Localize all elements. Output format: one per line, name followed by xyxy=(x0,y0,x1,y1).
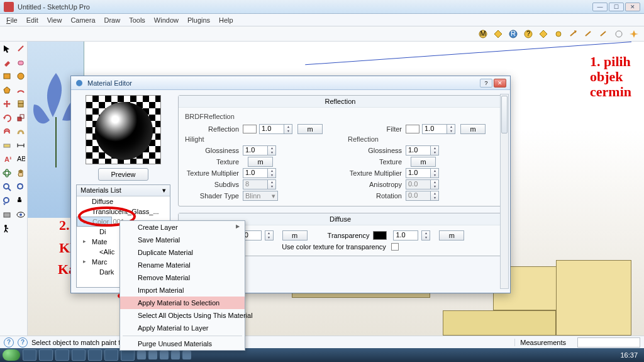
preview-button[interactable]: Preview xyxy=(98,168,148,181)
ctx-select-all-using[interactable]: Select All Objects Using This Material xyxy=(120,309,245,322)
position-camera-tool-icon[interactable] xyxy=(14,195,27,207)
glossiness-input[interactable]: 1.0 xyxy=(243,145,268,156)
paint-tool-icon[interactable] xyxy=(1,56,13,69)
line-tool-icon[interactable] xyxy=(14,42,27,55)
tray-icon[interactable] xyxy=(137,351,146,359)
taskbar-item[interactable] xyxy=(88,349,102,361)
text-tool-icon[interactable]: A¹ xyxy=(1,153,13,166)
offset-tool-icon[interactable] xyxy=(1,125,13,138)
plugin-globe-icon[interactable] xyxy=(613,28,625,40)
transparency-input[interactable]: 1.0 xyxy=(393,230,418,240)
spinner[interactable]: ▴▾ xyxy=(430,179,439,189)
zoom-extents-tool-icon[interactable] xyxy=(14,181,27,193)
maximize-button[interactable]: ☐ xyxy=(609,3,624,11)
texture-m-button[interactable]: m xyxy=(248,157,273,167)
spinner[interactable]: ▴▾ xyxy=(430,191,439,201)
tape-tool-icon[interactable] xyxy=(1,139,13,152)
section-tool-icon[interactable] xyxy=(1,208,13,221)
help-icon-2[interactable]: ? xyxy=(18,337,28,348)
rotation-input[interactable]: 0.0 xyxy=(406,191,431,201)
spinner[interactable]: ▴▾ xyxy=(267,168,276,178)
minimize-button[interactable]: — xyxy=(592,3,608,11)
plugin-spark-icon[interactable] xyxy=(628,28,640,40)
ctx-save-material[interactable]: Save Material xyxy=(120,234,245,246)
diffuse-m-button[interactable]: m xyxy=(282,230,308,240)
transparency-swatch[interactable] xyxy=(373,231,387,240)
ctx-remove-material[interactable]: Remove Material xyxy=(120,271,245,284)
abc-tool-icon[interactable]: ABC xyxy=(14,153,27,166)
zoom-tool-icon[interactable] xyxy=(1,181,13,193)
tray-icon[interactable] xyxy=(171,351,180,359)
ctx-create-layer[interactable]: Create Layer xyxy=(120,221,245,234)
reflection-swatch[interactable] xyxy=(243,125,257,133)
taskbar-item[interactable] xyxy=(72,349,86,361)
taskbar-item[interactable] xyxy=(55,349,69,361)
start-button[interactable] xyxy=(3,349,20,361)
help-icon[interactable]: ? xyxy=(4,337,14,348)
taskbar-item[interactable] xyxy=(121,349,135,361)
list-item[interactable]: Diffuse xyxy=(77,196,170,206)
material-editor-titlebar[interactable]: Material Editor ? ✕ xyxy=(71,76,510,90)
spinner[interactable]: ▴▾ xyxy=(430,168,439,178)
move-tool-icon[interactable] xyxy=(1,98,13,110)
menu-tools[interactable]: Tools xyxy=(125,15,149,25)
ctx-rename-material[interactable]: Rename Material xyxy=(120,259,245,271)
look-around-tool-icon[interactable] xyxy=(14,208,27,221)
filter-m-button[interactable]: m xyxy=(460,124,486,134)
spinner[interactable]: ▴▾ xyxy=(421,230,430,240)
glossiness2-input[interactable]: 1.0 xyxy=(406,145,431,156)
plugin-m-icon[interactable]: M xyxy=(477,28,489,40)
filter-input[interactable]: 1.0 xyxy=(422,124,447,134)
material-editor-help-button[interactable]: ? xyxy=(480,79,492,88)
polygon-tool-icon[interactable] xyxy=(1,84,13,96)
arc-tool-icon[interactable] xyxy=(14,84,27,96)
ctx-duplicate-material[interactable]: Duplicate Material xyxy=(120,246,245,259)
menu-plugins[interactable]: Plugins xyxy=(184,15,214,25)
spinner[interactable]: ▴▾ xyxy=(430,145,439,156)
list-item[interactable]: Translucent_Glass_... xyxy=(77,206,170,217)
texmul2-input[interactable]: 1.0 xyxy=(406,168,431,178)
close-button[interactable]: ✕ xyxy=(625,3,640,11)
ctx-import-material[interactable]: Import Material xyxy=(120,284,245,297)
spinner[interactable]: ▴▾ xyxy=(447,124,455,134)
rotate-tool-icon[interactable] xyxy=(1,111,13,124)
plugin-r-icon[interactable]: R xyxy=(507,28,519,40)
plugin-arrow2-icon[interactable] xyxy=(582,28,595,40)
menu-help[interactable]: Help xyxy=(215,15,237,25)
prev-view-tool-icon[interactable] xyxy=(1,195,13,207)
materials-list-dropdown-icon[interactable]: ▾ xyxy=(162,186,166,195)
plugin-arrow3-icon[interactable] xyxy=(597,28,610,40)
taskbar-item[interactable] xyxy=(23,349,36,361)
orbit-tool-icon[interactable] xyxy=(1,167,13,179)
reflection-m-button[interactable]: m xyxy=(297,124,323,134)
circle-tool-icon[interactable] xyxy=(14,70,27,82)
texture2-m-button[interactable]: m xyxy=(411,157,436,167)
dimension-tool-icon[interactable] xyxy=(14,139,27,152)
menu-camera[interactable]: Camera xyxy=(67,15,99,25)
shader-select[interactable]: Blinn▾ xyxy=(243,191,278,201)
ctx-purge-unused[interactable]: Purge Unused Materials xyxy=(120,337,245,350)
spinner[interactable]: ▴▾ xyxy=(267,145,276,156)
taskbar-item[interactable] xyxy=(104,349,118,361)
plugin-sun-icon[interactable] xyxy=(552,28,565,40)
follow-tool-icon[interactable] xyxy=(14,125,27,138)
rectangle-tool-icon[interactable] xyxy=(1,70,13,82)
filter-swatch[interactable] xyxy=(406,125,419,133)
menu-file[interactable]: File xyxy=(3,15,21,25)
tray-icon[interactable] xyxy=(160,351,169,359)
menu-edit[interactable]: Edit xyxy=(23,15,42,25)
reflection-input[interactable]: 1.0 xyxy=(259,124,284,134)
list-item-selected[interactable]: Color_001 xyxy=(77,217,112,227)
taskbar-clock[interactable]: 16:37 xyxy=(616,351,641,359)
spinner[interactable]: ▴▾ xyxy=(265,230,274,240)
plugin-help-icon[interactable]: ? xyxy=(522,28,535,40)
tray-icon[interactable] xyxy=(148,351,157,359)
material-editor-close-button[interactable]: ✕ xyxy=(494,79,506,88)
spinner[interactable]: ▴▾ xyxy=(284,124,292,134)
plugin-arrow-icon[interactable] xyxy=(567,28,580,40)
tray-icon[interactable] xyxy=(182,351,191,359)
measurements-input[interactable] xyxy=(577,337,640,348)
taskbar-item[interactable] xyxy=(39,349,53,361)
pan-tool-icon[interactable] xyxy=(14,167,27,179)
transparency-m-button[interactable]: m xyxy=(439,230,464,240)
